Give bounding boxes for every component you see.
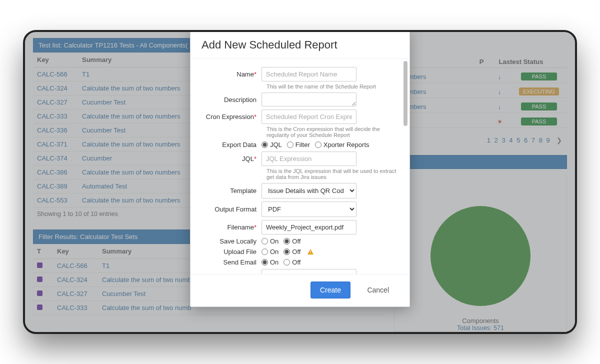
cron-label: Cron Expression [206, 113, 254, 120]
email-on-radio[interactable]: On [262, 258, 278, 266]
export-filter-radio[interactable]: Filter [287, 141, 310, 148]
export-data-label: Export Data [196, 141, 262, 148]
send-email-label: Send Email [196, 258, 262, 266]
save-on-radio[interactable]: On [262, 238, 278, 245]
name-hint: This will be the name of the Schedule Re… [266, 84, 398, 90]
template-label: Template [196, 187, 262, 194]
format-label: Output Format [196, 206, 262, 213]
save-off-radio[interactable]: Off [284, 238, 300, 245]
upload-on-radio[interactable]: On [262, 248, 278, 256]
filename-input[interactable] [262, 220, 356, 234]
save-locally-label: Save Locally [196, 238, 262, 245]
app-window: Test list: Calculator TP1216 Tests - All… [23, 30, 577, 334]
filename-label: Filename [227, 224, 254, 231]
name-label: Name [236, 70, 254, 78]
upload-off-radio[interactable]: Off [284, 248, 300, 256]
jql-label: JQL [242, 155, 254, 162]
scheduled-report-modal: Add New Scheduled Report Name* This will… [190, 30, 410, 307]
to-label: To [247, 272, 254, 274]
cancel-button[interactable]: Cancel [358, 282, 398, 298]
description-input[interactable] [262, 92, 356, 106]
export-xporter-radio[interactable]: Xporter Reports [315, 141, 370, 148]
modal-scrollbar[interactable] [404, 61, 408, 272]
email-off-radio[interactable]: Off [284, 258, 300, 266]
modal-title: Add New Scheduled Report [202, 38, 398, 52]
to-input[interactable] [262, 269, 356, 274]
jql-input[interactable] [262, 152, 356, 166]
name-input[interactable] [262, 67, 356, 82]
cron-hint: This is the Cron expression that will de… [266, 126, 398, 138]
create-button[interactable]: Create [310, 282, 350, 298]
jql-hint: This is the JQL expression that will be … [266, 168, 398, 180]
format-select[interactable]: PDF [262, 202, 356, 217]
export-jql-radio[interactable]: JQL [262, 141, 282, 148]
description-label: Description [196, 96, 262, 104]
warning-icon [308, 249, 314, 254]
template-select[interactable]: Issue Details with QR Code [262, 183, 356, 198]
cron-input[interactable] [262, 110, 356, 124]
upload-file-label: Upload File [196, 248, 262, 256]
